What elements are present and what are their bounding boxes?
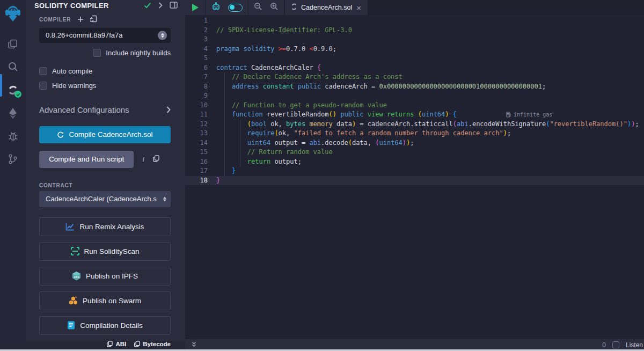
line-number[interactable]: 11 xyxy=(185,110,216,120)
remix-logo-icon[interactable] xyxy=(3,3,23,24)
run-script-play-icon[interactable] xyxy=(192,4,199,11)
code-line[interactable]: 3 xyxy=(185,35,644,45)
solidity-compiler-panel: SOLIDITY COMPILER COMPILER xyxy=(26,0,185,351)
file-explorer-icon[interactable] xyxy=(0,32,26,55)
copy-icon[interactable] xyxy=(153,155,159,164)
run-remix-analysis-button[interactable]: Run Remix Analysis xyxy=(39,217,171,236)
code-line[interactable]: 6contract CadenceArchCaler { xyxy=(185,63,644,73)
icon-strip xyxy=(0,0,26,351)
gas-estimate-annotation: infinite gas xyxy=(506,110,552,120)
line-number[interactable]: 10 xyxy=(185,101,216,111)
code-line[interactable]: 8 address constant public cadenceArch = … xyxy=(185,82,644,92)
code-line[interactable]: 10 // Function to get a pseudo-random va… xyxy=(185,101,644,111)
code-line[interactable]: 13 require(ok, "failed to fetch a random… xyxy=(185,129,644,138)
line-number[interactable]: 6 xyxy=(185,63,216,73)
include-nightly-checkbox-row[interactable]: Include nightly builds xyxy=(39,49,171,57)
collapse-panel-chevron-icon[interactable] xyxy=(158,1,163,11)
listen-label: Listen xyxy=(626,341,643,349)
line-number[interactable]: 12 xyxy=(185,120,216,129)
contract-section-label: CONTRACT xyxy=(39,182,171,188)
ai-copilot-toggle[interactable] xyxy=(228,4,243,12)
line-number[interactable]: 5 xyxy=(185,54,216,63)
button-label: Run SolidityScan xyxy=(84,247,140,255)
code-line[interactable]: 2// SPDX-License-Identifier: GPL-3.0 xyxy=(185,26,644,35)
code-line[interactable]: 15 // Return random value xyxy=(185,148,644,157)
code-text: } xyxy=(216,176,220,186)
abi-label: ABI xyxy=(115,341,126,347)
svg-text:IPFS: IPFS xyxy=(74,276,79,279)
pin-panel-icon[interactable] xyxy=(170,1,178,11)
zoom-group xyxy=(248,0,284,15)
include-nightly-checkbox[interactable] xyxy=(93,49,101,57)
tab-close-icon[interactable]: × xyxy=(356,4,361,12)
compile-and-run-script-button[interactable]: Compile and Run script xyxy=(39,151,134,168)
compile-button[interactable]: Compile CadenceArch.sol xyxy=(39,126,171,143)
git-icon[interactable] xyxy=(0,148,26,171)
line-number[interactable]: 16 xyxy=(185,157,216,167)
hide-warnings-checkbox[interactable] xyxy=(39,82,47,90)
zoom-in-icon[interactable] xyxy=(270,2,279,13)
publish-on-swarm-button[interactable]: Publish on Swarm xyxy=(39,291,171,310)
hide-warnings-checkbox-row[interactable]: Hide warnings xyxy=(39,82,171,90)
code-line[interactable]: 14 uint64 output = abi.decode(data, (uin… xyxy=(185,138,644,148)
line-number[interactable]: 14 xyxy=(185,138,216,148)
auto-compile-checkbox-row[interactable]: Auto compile xyxy=(39,67,171,75)
line-number[interactable]: 8 xyxy=(185,82,216,92)
line-number[interactable]: 2 xyxy=(185,26,216,35)
line-number[interactable]: 9 xyxy=(185,91,216,101)
compiler-version-select[interactable]: 0.8.26+commit.8a97fa7a xyxy=(39,28,171,43)
code-line[interactable]: 17 } xyxy=(185,166,644,176)
code-line[interactable]: 18} xyxy=(185,176,644,186)
button-label: Publish on IPFS xyxy=(86,272,138,280)
ai-copilot-robot-icon[interactable] xyxy=(211,2,221,13)
line-number[interactable]: 13 xyxy=(185,129,216,138)
info-icon[interactable]: i xyxy=(142,155,144,164)
solidity-compiler-icon[interactable] xyxy=(0,78,26,101)
compile-button-label: Compile CadenceArch.sol xyxy=(69,130,152,138)
line-number[interactable]: 18 xyxy=(185,176,216,186)
code-line[interactable]: 9 xyxy=(185,91,644,101)
code-line[interactable]: 12 (bool ok, bytes memory data) = cadenc… xyxy=(185,120,644,129)
panel-title: SOLIDITY COMPILER xyxy=(34,2,138,10)
auto-compile-checkbox[interactable] xyxy=(39,67,47,75)
contract-select[interactable]: CadenceArchCaler (CadenceArch.s xyxy=(39,191,171,207)
code-text: (bool ok, bytes memory data) = cadenceAr… xyxy=(216,120,639,129)
code-line[interactable]: 16 return output; xyxy=(185,157,644,167)
code-text: } xyxy=(216,166,236,176)
line-number[interactable]: 4 xyxy=(185,45,216,54)
ipfs-icon: IPFS xyxy=(72,271,81,281)
listen-checkbox[interactable] xyxy=(612,341,619,348)
line-number[interactable]: 15 xyxy=(185,148,216,157)
publish-on-ipfs-button[interactable]: IPFS Publish on IPFS xyxy=(39,267,171,286)
line-number[interactable]: 17 xyxy=(185,166,216,176)
line-number[interactable]: 3 xyxy=(185,35,216,45)
compile-status-check-icon xyxy=(144,1,151,11)
search-icon[interactable] xyxy=(0,55,26,78)
deploy-and-run-icon[interactable] xyxy=(0,101,26,125)
advanced-configurations-toggle[interactable]: Advanced Configurations xyxy=(39,105,171,114)
run-group xyxy=(185,0,206,15)
reload-compiler-icon[interactable] xyxy=(90,15,98,25)
line-number[interactable]: 7 xyxy=(185,72,216,82)
zoom-out-icon[interactable] xyxy=(254,2,262,13)
copy-abi-button[interactable]: ABI xyxy=(107,341,126,347)
add-compiler-icon[interactable] xyxy=(77,15,84,25)
editor-region: CadenceArch.sol × 12// SPDX-License-Iden… xyxy=(185,0,644,351)
code-editor[interactable]: 12// SPDX-License-Identifier: GPL-3.034p… xyxy=(185,15,644,338)
bytecode-label: Bytecode xyxy=(143,341,171,347)
code-text: // Declare Cadence Arch's address as a c… xyxy=(216,72,402,82)
code-line[interactable]: 7 // Declare Cadence Arch's address as a… xyxy=(185,72,644,82)
code-text: // Return random value xyxy=(216,148,333,157)
code-line[interactable]: 5 xyxy=(185,54,644,63)
line-number[interactable]: 1 xyxy=(185,16,216,26)
tab-cadencearch-sol[interactable]: CadenceArch.sol × xyxy=(285,0,368,15)
expand-terminal-chevrons-icon[interactable] xyxy=(191,340,197,350)
debugger-icon[interactable] xyxy=(0,125,26,148)
solidity-file-icon xyxy=(291,3,297,12)
copy-bytecode-button[interactable]: Bytecode xyxy=(134,341,171,347)
code-line[interactable]: 4pragma solidity >=0.7.0 <0.9.0; xyxy=(185,45,644,54)
code-line[interactable]: 1 xyxy=(185,16,644,26)
compilation-details-button[interactable]: Compilation Details xyxy=(39,316,171,335)
code-line[interactable]: 11 function revertibleRandom() public vi… xyxy=(185,110,644,120)
run-solidityscan-button[interactable]: Run SolidityScan xyxy=(39,242,171,261)
